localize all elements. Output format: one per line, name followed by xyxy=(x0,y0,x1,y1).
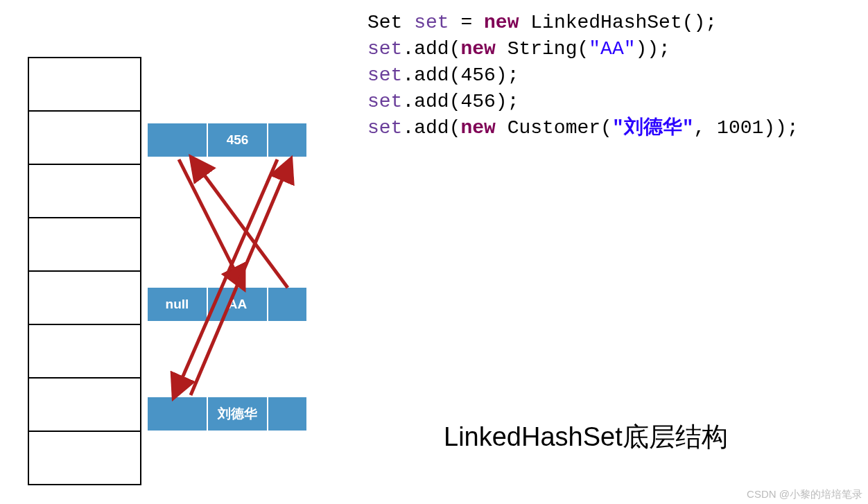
array-slot xyxy=(29,112,140,165)
node-prev: null xyxy=(148,288,208,321)
array-slot xyxy=(29,218,140,272)
array-slot xyxy=(29,379,140,432)
code-line: set.add(456); xyxy=(367,64,519,86)
node-next xyxy=(268,123,306,157)
node-value: 刘德华 xyxy=(208,397,268,431)
code-block: Set set = new LinkedHashSet(); set.add(n… xyxy=(367,10,799,141)
diagram-title: LinkedHashSet底层结构 xyxy=(444,419,728,455)
node-aa: null AA xyxy=(148,288,306,321)
array-slot xyxy=(29,272,140,325)
code-line: Set set = new LinkedHashSet(); xyxy=(367,12,717,33)
node-prev xyxy=(148,123,208,157)
code-line: set.add(new Customer("刘德华", 1001)); xyxy=(367,117,799,139)
node-prev xyxy=(148,397,208,431)
node-liudehua: 刘德华 xyxy=(148,397,306,431)
code-line: set.add(new String("AA")); xyxy=(367,38,670,60)
array-slot xyxy=(29,58,140,112)
node-456: 456 xyxy=(148,123,306,157)
svg-line-0 xyxy=(193,159,288,288)
svg-line-1 xyxy=(179,159,243,286)
node-next xyxy=(268,288,306,321)
array-slot xyxy=(29,165,140,218)
array-slot xyxy=(29,432,140,485)
svg-line-2 xyxy=(175,159,277,395)
hash-table-array xyxy=(28,57,141,485)
svg-line-3 xyxy=(191,162,290,395)
node-next xyxy=(268,397,306,431)
array-slot xyxy=(29,325,140,379)
watermark: CSDN @小黎的培培笔录 xyxy=(747,488,862,501)
node-value: AA xyxy=(208,288,268,321)
code-line: set.add(456); xyxy=(367,91,519,112)
node-value: 456 xyxy=(208,123,268,157)
